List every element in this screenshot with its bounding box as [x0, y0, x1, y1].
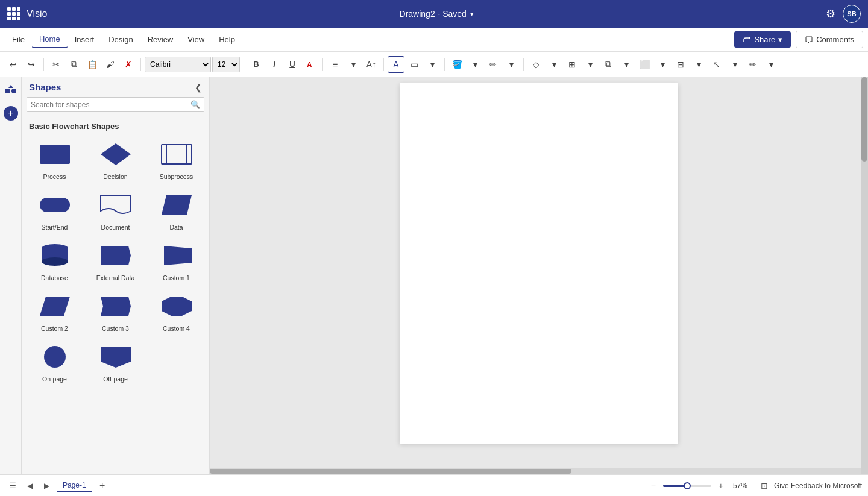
shape-item-database[interactable]: Database	[27, 238, 83, 284]
fill-dropdown[interactable]: ▾	[467, 56, 483, 73]
arrange-button[interactable]: ⊞	[564, 56, 580, 73]
svg-marker-20	[101, 347, 131, 368]
clear-button[interactable]: ✗	[120, 56, 137, 73]
search-input[interactable]	[31, 101, 190, 109]
svg-point-13	[42, 257, 68, 266]
svg-marker-3	[8, 85, 13, 88]
bold-button[interactable]: B	[248, 56, 265, 73]
cut-button[interactable]: ✂	[48, 56, 64, 73]
align-shapes-dropdown[interactable]: ▾	[690, 56, 707, 73]
search-icon[interactable]: 🔍	[190, 100, 200, 109]
shape-outline-dropdown[interactable]: ▾	[424, 56, 441, 73]
menu-insert[interactable]: Insert	[68, 31, 102, 48]
effects-dropdown[interactable]: ▾	[546, 56, 562, 73]
arrange-dropdown[interactable]: ▾	[582, 56, 599, 73]
effects-button[interactable]: ◇	[527, 56, 544, 73]
vertical-scrollbar[interactable]	[861, 77, 868, 474]
text-size-button[interactable]: A↑	[363, 56, 380, 73]
text-block-button[interactable]: A	[388, 56, 404, 73]
container-button[interactable]: ⬜	[636, 56, 653, 73]
underline-button[interactable]: U	[284, 56, 301, 73]
comments-button[interactable]: Comments	[796, 31, 863, 48]
shape-item-subprocess[interactable]: Subprocess	[148, 137, 204, 183]
horizontal-scrollbar[interactable]	[210, 468, 861, 474]
line-dropdown[interactable]: ▾	[503, 56, 520, 73]
shape-item-decision[interactable]: Decision	[87, 137, 143, 183]
shape-item-custom4[interactable]: Custom 4	[148, 289, 204, 334]
font-color-button[interactable]: A	[302, 56, 319, 73]
svg-marker-5	[101, 143, 131, 165]
title-dropdown-icon[interactable]: ▾	[470, 10, 474, 18]
avatar[interactable]: SB	[843, 5, 861, 23]
group-dropdown[interactable]: ▾	[618, 56, 635, 73]
connector-dropdown[interactable]: ▾	[726, 56, 743, 73]
share-button[interactable]: Share ▾	[734, 31, 791, 48]
menu-help[interactable]: Help	[212, 31, 242, 48]
zoom-slider[interactable]	[663, 485, 711, 487]
shape-item-data[interactable]: Data	[148, 187, 204, 233]
font-name-select[interactable]: Calibri	[145, 57, 211, 72]
redo-button[interactable]: ↪	[23, 56, 40, 73]
copy-button[interactable]: ⧉	[66, 56, 83, 73]
hamburger-menu-button[interactable]: ☰	[6, 479, 19, 492]
italic-button[interactable]: I	[266, 56, 283, 73]
toolbar-separator-2	[140, 58, 141, 71]
menu-design[interactable]: Design	[101, 31, 140, 48]
menu-home[interactable]: Home	[32, 31, 68, 48]
menu-file[interactable]: File	[5, 31, 32, 48]
shape-outline-button[interactable]: ▭	[406, 56, 423, 73]
shape-icon-externaldata	[98, 240, 134, 271]
shape-icon-process	[37, 139, 73, 169]
shape-item-document[interactable]: Document	[87, 187, 143, 233]
group-button[interactable]: ⧉	[600, 56, 617, 73]
shape-item-custom2[interactable]: Custom 2	[27, 289, 83, 334]
align-button[interactable]: ≡	[327, 56, 344, 73]
feedback-link[interactable]: Give Feedback to Microsoft	[774, 482, 862, 490]
format-painter-button[interactable]: 🖌	[102, 56, 119, 73]
canvas-area[interactable]	[210, 77, 868, 474]
shape-item-startend[interactable]: Start/End	[27, 187, 83, 233]
line-color-button[interactable]: ✏	[485, 56, 502, 73]
shape-icon-custom1	[159, 240, 195, 271]
next-page-button[interactable]: ▶	[40, 479, 53, 492]
comments-icon	[805, 36, 813, 44]
zoom-out-button[interactable]: −	[647, 480, 659, 492]
menu-view[interactable]: View	[180, 31, 212, 48]
add-page-button[interactable]: +	[96, 479, 109, 492]
edit-button[interactable]: ✏	[744, 56, 761, 73]
fit-page-button[interactable]: ⊡	[761, 481, 768, 491]
collapse-panel-button[interactable]: ❮	[195, 83, 202, 92]
share-icon	[743, 36, 751, 44]
main-layout: + Shapes ❮ 🔍 Basic Flowchart Shapes Proc…	[0, 77, 868, 474]
undo-button[interactable]: ↩	[5, 56, 22, 73]
svg-marker-14	[101, 246, 131, 265]
container-dropdown[interactable]: ▾	[654, 56, 671, 73]
toolbar-separator-1	[43, 58, 44, 71]
paste-button[interactable]: 📋	[84, 56, 101, 73]
settings-icon[interactable]: ⚙	[826, 7, 835, 20]
menu-review[interactable]: Review	[140, 31, 181, 48]
page-tab[interactable]: Page-1	[57, 480, 92, 492]
edit-dropdown[interactable]: ▾	[763, 56, 779, 73]
waffle-icon[interactable]	[7, 7, 20, 20]
fill-color-button[interactable]: 🪣	[448, 56, 465, 73]
shape-item-process[interactable]: Process	[27, 137, 83, 183]
shape-icon-custom2	[37, 291, 73, 321]
prev-page-button[interactable]: ◀	[23, 479, 36, 492]
shape-label-externaldata: External Data	[96, 274, 135, 281]
align-shapes-button[interactable]: ⊟	[672, 56, 689, 73]
zoom-in-button[interactable]: +	[715, 480, 727, 492]
connector-button[interactable]: ⤡	[708, 56, 725, 73]
shape-label-startend: Start/End	[42, 224, 68, 231]
shape-item-onpage[interactable]: On-page	[27, 339, 83, 385]
shapes-panel-icon[interactable]	[2, 82, 19, 99]
shape-label-decision: Decision	[103, 173, 127, 180]
shape-item-offpage[interactable]: Off-page	[87, 339, 143, 385]
shape-item-externaldata[interactable]: External Data	[87, 238, 143, 284]
shapes-panel: Shapes ❮ 🔍 Basic Flowchart Shapes Proces…	[22, 77, 210, 474]
align-dropdown-button[interactable]: ▾	[345, 56, 362, 73]
shape-item-custom1[interactable]: Custom 1	[148, 238, 204, 284]
add-shapes-button[interactable]: +	[4, 106, 18, 121]
font-size-select[interactable]: 12	[212, 57, 240, 72]
shape-item-custom3[interactable]: Custom 3	[87, 289, 143, 334]
